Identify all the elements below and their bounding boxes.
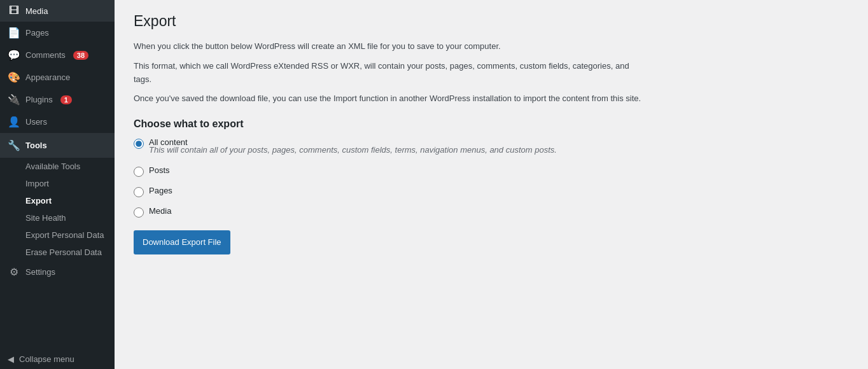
comments-badge: 38 — [73, 51, 88, 60]
submenu-available-tools[interactable]: Available Tools — [0, 158, 115, 175]
submenu-import[interactable]: Import — [0, 175, 115, 192]
submenu-erase-personal-data[interactable]: Erase Personal Data — [0, 244, 115, 261]
appearance-icon: 🎨 — [8, 71, 20, 83]
plugins-badge: 1 — [60, 95, 72, 104]
radio-input-all-content[interactable] — [134, 139, 144, 149]
radio-input-pages[interactable] — [134, 187, 144, 197]
submenu-site-health[interactable]: Site Health — [0, 209, 115, 226]
sidebar-item-pages[interactable]: 📄 Pages — [0, 22, 115, 44]
radio-pages[interactable]: Pages — [134, 186, 849, 197]
media-icon: 🎞 — [8, 5, 20, 17]
users-icon: 👤 — [8, 116, 20, 128]
pages-icon: 📄 — [8, 27, 20, 39]
main-content: Export When you click the button below W… — [115, 0, 868, 369]
radio-input-media[interactable] — [134, 207, 144, 218]
sidebar-item-appearance[interactable]: 🎨 Appearance — [0, 66, 115, 88]
collapse-menu-button[interactable]: ◀ Collapse menu — [0, 349, 115, 369]
submenu-export-personal-data[interactable]: Export Personal Data — [0, 226, 115, 244]
page-title: Export — [134, 13, 849, 30]
description-2: This format, which we call WordPress eXt… — [134, 60, 643, 87]
description-1: When you click the button below WordPres… — [134, 40, 643, 53]
radio-label-media: Media — [149, 206, 171, 216]
sidebar: 🎞 Media 📄 Pages 💬 Comments 38 🎨 Appearan… — [0, 0, 115, 369]
submenu-export[interactable]: Export — [0, 192, 115, 209]
sidebar-item-label: Pages — [25, 28, 49, 38]
plugins-icon: 🔌 — [8, 94, 20, 106]
sidebar-item-settings[interactable]: ⚙ Settings — [0, 261, 115, 283]
sidebar-item-tools[interactable]: 🔧 Tools — [0, 133, 115, 158]
sidebar-item-plugins[interactable]: 🔌 Plugins 1 — [0, 88, 115, 111]
tools-submenu: Available Tools Import Export Site Healt… — [0, 158, 115, 261]
export-options: All content This will contain all of you… — [134, 137, 849, 218]
sidebar-item-label: Media — [25, 6, 48, 16]
tools-icon: 🔧 — [8, 139, 20, 151]
radio-media[interactable]: Media — [134, 206, 849, 218]
description-3: Once you've saved the download file, you… — [134, 92, 643, 106]
collapse-icon: ◀ — [8, 354, 14, 364]
settings-icon: ⚙ — [8, 266, 20, 278]
radio-label-pages: Pages — [149, 186, 172, 195]
radio-input-posts[interactable] — [134, 167, 144, 177]
radio-posts[interactable]: Posts — [134, 165, 849, 177]
sidebar-item-users[interactable]: 👤 Users — [0, 111, 115, 133]
download-export-button[interactable]: Download Export File — [134, 230, 230, 254]
sidebar-item-comments[interactable]: 💬 Comments 38 — [0, 44, 115, 66]
sidebar-item-label: Appearance — [25, 73, 70, 82]
collapse-label: Collapse menu — [19, 354, 74, 364]
sidebar-item-label: Plugins — [25, 95, 53, 104]
sidebar-item-label: Tools — [25, 141, 47, 150]
sidebar-item-label: Settings — [25, 267, 55, 277]
comments-icon: 💬 — [8, 49, 20, 61]
sidebar-item-label: Comments — [25, 50, 66, 60]
section-title: Choose what to export — [134, 118, 849, 130]
sidebar-item-media[interactable]: 🎞 Media — [0, 0, 115, 22]
radio-label-posts: Posts — [149, 165, 170, 175]
all-content-description: This will contain all of your posts, pag… — [149, 144, 594, 157]
sidebar-item-label: Users — [25, 117, 47, 127]
